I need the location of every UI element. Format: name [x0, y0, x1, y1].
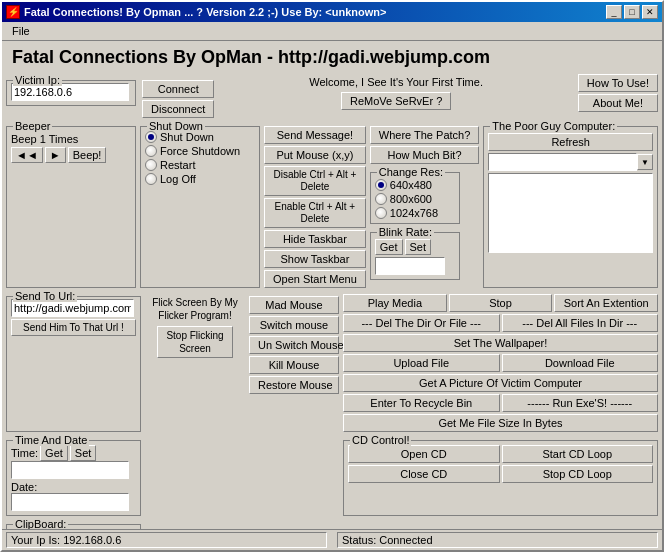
del-dir-button[interactable]: --- Del The Dir Or File --- — [343, 314, 500, 332]
mouse-spacer — [249, 434, 339, 516]
shutdown-radio-0[interactable]: Shut Down — [145, 131, 255, 143]
get-file-size-button[interactable]: Get Me File Size In Bytes — [343, 414, 658, 432]
poor-guy-group: The Poor Guy Computer: Refresh ▼ — [483, 126, 658, 288]
shutdown-option-2: Restart — [160, 159, 195, 171]
action-row-2: --- Del The Dir Or File --- --- Del All … — [343, 314, 658, 332]
main-window: ⚡ Fatal Connections! By Opman ... ? Vers… — [0, 0, 664, 552]
connect-button[interactable]: Connect — [142, 80, 214, 98]
clipboard-label: ClipBoard: — [13, 518, 68, 529]
mad-mouse-button[interactable]: Mad Mouse — [249, 296, 339, 314]
remove-server-button[interactable]: ReMoVe SeRvEr ? — [341, 92, 451, 110]
time-set-button[interactable]: Set — [70, 445, 97, 461]
refresh-row: Refresh — [488, 133, 653, 151]
time-get-button[interactable]: Get — [40, 445, 68, 461]
switch-mouse-button[interactable]: Switch mouse — [249, 316, 339, 334]
enable-ctrl-alt-button[interactable]: Enable Ctrl + Alt +Delete — [264, 198, 366, 228]
connect-buttons: Connect Disconnect — [142, 80, 214, 118]
app-icon: ⚡ — [6, 5, 20, 19]
put-mouse-button[interactable]: Put Mouse (x,y) — [264, 146, 366, 164]
how-much-bit-button[interactable]: How Much Bit? — [370, 146, 480, 164]
send-url-group: Send To Url: Send Him To That Url ! — [6, 296, 141, 432]
kill-mouse-button[interactable]: Kill Mouse — [249, 356, 339, 374]
ip-status: Your Ip Is: 192.168.0.6 — [6, 532, 327, 548]
about-me-button[interactable]: About Me! — [578, 94, 658, 112]
set-wallpaper-button[interactable]: Set The Wallpaper! — [343, 334, 658, 352]
victim-ip-label: Victim Ip: — [13, 74, 62, 86]
poor-guy-label: The Poor Guy Computer: — [490, 120, 617, 132]
enter-recycle-button[interactable]: Enter To Recycle Bin — [343, 394, 500, 412]
res-radio-2[interactable]: 1024x768 — [375, 207, 455, 219]
action-row-1: Play Media Stop Sort An Extention — [343, 294, 658, 312]
res-option-2: 1024x768 — [390, 207, 438, 219]
disable-ctrl-alt-button[interactable]: Disable Ctrl + Alt +Delete — [264, 166, 366, 196]
restore-mouse-button[interactable]: Restore Mouse — [249, 376, 339, 394]
un-switch-button[interactable]: Un Switch Mouse — [249, 336, 339, 354]
blink-set-button[interactable]: Set — [405, 239, 432, 255]
send-url-button[interactable]: Send Him To That Url ! — [11, 319, 136, 336]
del-all-files-button[interactable]: --- Del All Files In Dir --- — [502, 314, 659, 332]
shutdown-radio-1[interactable]: Force Shutdown — [145, 145, 255, 157]
shutdown-radio-3[interactable]: Log Off — [145, 173, 255, 185]
patch-buttons: Where The Patch? How Much Bit? — [370, 126, 480, 164]
res-radio-circle-1 — [375, 193, 387, 205]
poor-select-input[interactable] — [488, 153, 637, 171]
beep-next-button[interactable]: ► — [45, 147, 66, 163]
blink-label: Blink Rate: — [377, 226, 434, 238]
blink-input[interactable] — [375, 257, 445, 275]
open-start-menu-button[interactable]: Open Start Menu — [264, 270, 366, 288]
refresh-button[interactable]: Refresh — [488, 133, 653, 151]
patch-section: Where The Patch? How Much Bit? Change Re… — [370, 120, 480, 288]
shutdown-radio-circle-2 — [145, 159, 157, 171]
shutdown-radio-2[interactable]: Restart — [145, 159, 255, 171]
dropdown-icon[interactable]: ▼ — [637, 154, 653, 170]
date-input[interactable] — [11, 493, 129, 511]
action-row-6: Enter To Recycle Bin ------ Run Exe'S! -… — [343, 394, 658, 412]
beep-times-text: Beep 1 Times — [11, 133, 131, 145]
sort-extension-button[interactable]: Sort An Extention — [554, 294, 658, 312]
poor-select-row: ▼ — [488, 153, 653, 171]
res-radio-circle-2 — [375, 207, 387, 219]
res-radio-0[interactable]: 640x480 — [375, 179, 455, 191]
where-patch-button[interactable]: Where The Patch? — [370, 126, 480, 144]
stop-cd-loop-button[interactable]: Stop CD Loop — [502, 465, 654, 483]
time-date-label: Time And Date — [13, 434, 89, 446]
stop-button[interactable]: Stop — [449, 294, 553, 312]
how-to-use-button[interactable]: How To Use! — [578, 74, 658, 92]
app-title: Fatal Connections By OpMan - http://gadi… — [2, 41, 662, 72]
file-menu[interactable]: File — [6, 24, 36, 38]
send-url-label: Send To Url: — [13, 290, 77, 302]
action-row-3: Set The Wallpaper! — [343, 334, 658, 352]
play-media-button[interactable]: Play Media — [343, 294, 447, 312]
download-file-button[interactable]: Download File — [502, 354, 659, 372]
blink-get-button[interactable]: Get — [375, 239, 403, 255]
disconnect-button[interactable]: Disconnect — [142, 100, 214, 118]
close-cd-button[interactable]: Close CD — [348, 465, 500, 483]
maximize-button[interactable]: □ — [624, 5, 640, 19]
action-row-7: Get Me File Size In Bytes — [343, 414, 658, 432]
date-row: Date: — [11, 481, 136, 493]
beep-button[interactable]: Beep! — [68, 147, 107, 163]
row2: Beeper Beep 1 Times ◄◄ ► Beep! Shut Down… — [6, 120, 658, 288]
hide-taskbar-button[interactable]: Hide Taskbar — [264, 230, 366, 248]
stop-flicking-button[interactable]: Stop FlickingScreen — [157, 326, 232, 358]
res-option-1: 800x600 — [390, 193, 432, 205]
res-radio-circle-0 — [375, 179, 387, 191]
res-radio-1[interactable]: 800x600 — [375, 193, 455, 205]
close-button[interactable]: ✕ — [642, 5, 658, 19]
upload-file-button[interactable]: Upload File — [343, 354, 500, 372]
send-message-button[interactable]: Send Message! — [264, 126, 366, 144]
open-cd-button[interactable]: Open CD — [348, 445, 500, 463]
shutdown-radio-circle-1 — [145, 145, 157, 157]
connection-status: Status: Connected — [337, 532, 658, 548]
shutdown-option-1: Force Shutdown — [160, 145, 240, 157]
time-input[interactable] — [11, 461, 129, 479]
row4: Time And Date Time: Get Set Date: CD Con… — [6, 434, 658, 516]
beeper-label: Beeper — [13, 120, 52, 132]
get-picture-button[interactable]: Get A Picture Of Victim Computer — [343, 374, 658, 392]
run-exe-button[interactable]: ------ Run Exe'S! ------ — [502, 394, 659, 412]
beep-prev-button[interactable]: ◄◄ — [11, 147, 43, 163]
start-cd-loop-button[interactable]: Start CD Loop — [502, 445, 654, 463]
show-taskbar-button[interactable]: Show Taskbar — [264, 250, 366, 268]
minimize-button[interactable]: _ — [606, 5, 622, 19]
beeper-controls: ◄◄ ► Beep! — [11, 147, 131, 163]
